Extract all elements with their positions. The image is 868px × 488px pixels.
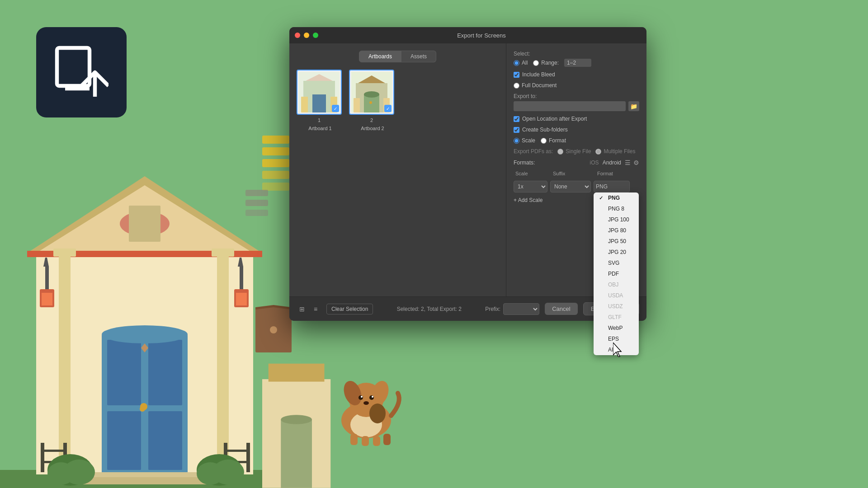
- dropdown-item-jpg20[interactable]: JPG 20: [594, 247, 639, 258]
- view-toggle: ⊞ ≡: [297, 304, 321, 314]
- svg-point-41: [63, 460, 95, 485]
- svg-rect-13: [212, 249, 234, 257]
- open-location-checkbox[interactable]: [514, 116, 519, 122]
- format-radio[interactable]: Format: [541, 137, 566, 144]
- panel-right: Select: All Range: Include Bleed: [506, 43, 646, 296]
- dialog-titlebar: Export for Screens: [289, 27, 646, 43]
- svg-rect-12: [53, 249, 76, 257]
- svg-point-88: [364, 91, 379, 98]
- dialog-body: Artboards Assets ✓: [289, 43, 646, 296]
- formats-header: Formats: iOS Android ☰ ⚙: [514, 159, 639, 166]
- open-location-row[interactable]: Open Location after Export: [514, 116, 639, 122]
- radio-all[interactable]: All: [514, 60, 528, 66]
- scale-select[interactable]: 1x 2x 3x: [514, 181, 547, 192]
- artboard-name-2: Artboard 2: [361, 126, 384, 131]
- artboard-thumb-1[interactable]: ✓: [297, 70, 342, 115]
- clear-selection-button[interactable]: Clear Selection: [326, 304, 373, 314]
- suffix-col-header: Suffix: [553, 171, 594, 176]
- svg-rect-35: [41, 450, 67, 452]
- folder-button[interactable]: 📁: [628, 101, 639, 111]
- tab-artboards[interactable]: Artboards: [359, 51, 401, 62]
- dropdown-item-pdf[interactable]: PDF: [594, 268, 639, 279]
- dropdown-item-jpg80[interactable]: JPG 80: [594, 225, 639, 236]
- multiple-files-radio[interactable]: Multiple Files: [595, 148, 635, 155]
- dropdown-item-png8[interactable]: PNG 8: [594, 203, 639, 214]
- artboard-item-2[interactable]: ✓ 2 Artboard 2: [349, 70, 394, 289]
- dropdown-item-png[interactable]: ✓PNG: [594, 192, 639, 203]
- path-bar[interactable]: [514, 101, 626, 111]
- svg-point-61: [363, 401, 369, 405]
- scale-radio[interactable]: Scale: [514, 137, 535, 144]
- formats-tabs: iOS Android ☰ ⚙: [590, 159, 639, 166]
- svg-rect-72: [245, 190, 268, 196]
- radio-all-input[interactable]: [514, 60, 519, 66]
- multiple-files-input[interactable]: [595, 149, 601, 155]
- dropdown-item-jpg100[interactable]: JPG 100: [594, 214, 639, 225]
- dropdown-item-eps[interactable]: EPS: [594, 333, 639, 344]
- export-to-label: Export to:: [514, 93, 639, 99]
- tabs: Artboards Assets: [297, 51, 499, 62]
- svg-rect-17: [42, 293, 52, 305]
- building-left: 11: [0, 136, 289, 488]
- svg-point-27: [102, 325, 188, 343]
- dropdown-item-webp[interactable]: WebP: [594, 323, 639, 333]
- svg-rect-73: [245, 200, 268, 206]
- export-icon-box: [36, 27, 127, 117]
- radio-range-input[interactable]: [533, 60, 539, 66]
- cancel-button[interactable]: Cancel: [545, 303, 577, 315]
- prefix-label: Prefix:: [485, 306, 500, 312]
- dropdown-item-svg[interactable]: SVG: [594, 258, 639, 268]
- single-file-input[interactable]: [557, 149, 563, 155]
- export-pdfs-row: Export PDFs as: Single File Multiple Fil…: [514, 148, 639, 155]
- svg-rect-81: [312, 94, 326, 113]
- svg-point-59: [361, 396, 363, 398]
- include-bleed-row[interactable]: Include Bleed: [514, 71, 639, 78]
- ios-tab[interactable]: iOS: [590, 160, 599, 166]
- tab-assets[interactable]: Assets: [401, 51, 436, 62]
- artboard-number-1: 1: [318, 117, 321, 123]
- close-button[interactable]: [295, 33, 300, 38]
- svg-rect-64: [362, 436, 369, 446]
- svg-rect-68: [262, 147, 289, 155]
- create-subfolders-checkbox[interactable]: [514, 127, 519, 133]
- android-tab[interactable]: Android: [603, 160, 621, 166]
- prefix-row: Prefix:: [485, 303, 539, 315]
- format-radio-input[interactable]: [541, 138, 547, 144]
- svg-point-57: [359, 395, 363, 400]
- export-icon: [54, 45, 108, 99]
- format-select-wrapper: PNG ✓PNG PNG 8 JPG 100: [594, 181, 630, 192]
- full-document-radio[interactable]: Full Document: [514, 82, 639, 89]
- scale-radio-input[interactable]: [514, 138, 519, 144]
- artboard-item-1[interactable]: ✓ 1 Artboard 1: [297, 70, 342, 289]
- svg-point-46: [140, 403, 147, 410]
- create-subfolders-row[interactable]: Create Sub-folders: [514, 127, 639, 133]
- format-select[interactable]: PNG: [594, 181, 630, 192]
- dropdown-item-ai[interactable]: AI: [594, 344, 639, 355]
- maximize-button[interactable]: [313, 33, 318, 38]
- single-file-radio[interactable]: Single File: [557, 148, 591, 155]
- svg-rect-37: [224, 450, 250, 452]
- full-document-input[interactable]: [514, 83, 519, 89]
- range-input[interactable]: [564, 59, 591, 67]
- svg-rect-67: [262, 136, 289, 144]
- format-col-header: Format: [597, 171, 633, 176]
- minimize-button[interactable]: [304, 33, 309, 38]
- svg-rect-34: [246, 443, 250, 472]
- settings-button[interactable]: ⚙: [633, 159, 639, 166]
- include-bleed-checkbox[interactable]: [514, 72, 519, 78]
- format-row: 1x 2x 3x None @1x @2x PNG ✓PNG: [514, 181, 639, 192]
- prefix-select[interactable]: [503, 303, 539, 315]
- list-view-button[interactable]: ☰: [625, 159, 631, 166]
- grid-view-button[interactable]: ⊞: [297, 304, 307, 314]
- svg-point-44: [212, 460, 244, 485]
- dropdown-item-jpg50[interactable]: JPG 50: [594, 236, 639, 247]
- add-scale-button[interactable]: + Add Scale: [514, 197, 542, 203]
- artboard-thumb-2[interactable]: ✓: [349, 70, 394, 115]
- radio-range[interactable]: Range:: [533, 60, 559, 66]
- suffix-select[interactable]: None @1x @2x: [550, 181, 591, 192]
- svg-rect-70: [262, 171, 289, 179]
- list-view-button-footer[interactable]: ≡: [310, 304, 321, 314]
- artboard-check-1: ✓: [332, 105, 339, 112]
- artboard-check-2: ✓: [384, 105, 392, 112]
- formats-label: Formats:: [514, 160, 535, 166]
